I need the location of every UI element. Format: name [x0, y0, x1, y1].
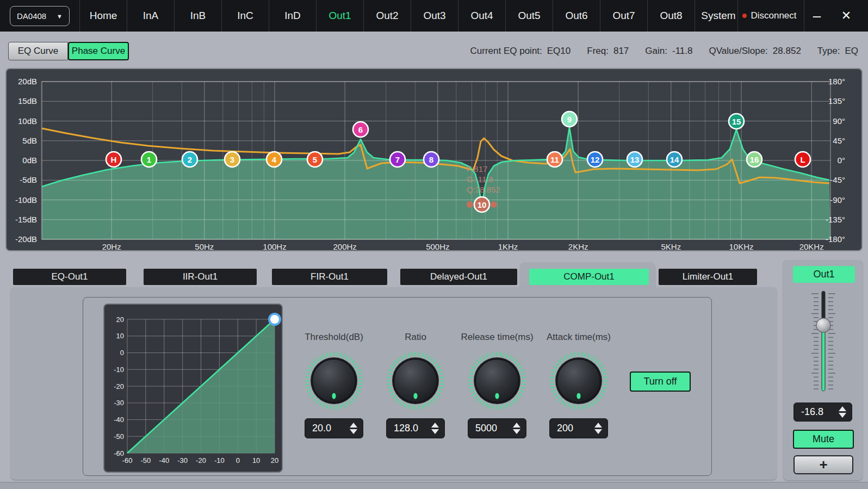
ratio-stepper[interactable]: [431, 423, 439, 434]
nav-item-inc[interactable]: InC: [221, 0, 269, 32]
nav-item-out8[interactable]: Out8: [647, 0, 695, 32]
comp-y-label: -30: [114, 399, 124, 407]
ratio-input[interactable]: 128.0: [386, 418, 445, 438]
eq-point-marker-13[interactable]: 13: [627, 152, 642, 167]
step-down-icon[interactable]: [594, 429, 602, 434]
channel-gain-input[interactable]: -16.8: [793, 403, 852, 422]
nav-menu: HomeInAInBInCInDOut1Out2Out3Out4Out5Out6…: [79, 0, 742, 32]
db-axis-label: -10dB: [15, 195, 37, 205]
freq-axis-label: 1KHz: [498, 242, 518, 250]
nav-item-inb[interactable]: InB: [174, 0, 221, 32]
attack-time-knob[interactable]: [549, 351, 609, 411]
tab-iir-out1[interactable]: IIR-Out1: [144, 269, 257, 285]
nav-item-out1[interactable]: Out1: [316, 0, 363, 32]
threshold-input[interactable]: 20.0: [305, 418, 363, 438]
compressor-curve-handle[interactable]: [269, 314, 280, 325]
nav-item-out4[interactable]: Out4: [458, 0, 505, 32]
step-up-icon[interactable]: [839, 406, 846, 411]
eq-frequency-response-graph[interactable]: 20dB15dB10dB5dB0dB-5dB-10dB-15dB-20dB180…: [5, 68, 863, 251]
step-down-icon[interactable]: [431, 429, 439, 434]
eq-point-marker-7[interactable]: 7: [390, 152, 405, 167]
connection-status-icon: [742, 14, 747, 18]
comp-y-label: 0: [120, 349, 124, 357]
eq-point-marker-9[interactable]: 9: [562, 112, 577, 127]
eq-point-marker-2[interactable]: 2: [182, 152, 197, 167]
minimize-button[interactable]: –: [804, 0, 829, 32]
eq-point-marker-5[interactable]: 5: [307, 152, 323, 167]
eq-point-info: Current EQ point:EQ10 Freq:817 Gain:-11.…: [470, 42, 859, 60]
freq-axis-label: 100Hz: [263, 242, 286, 250]
db-axis-label: -5dB: [20, 175, 37, 184]
release-time-stepper[interactable]: [513, 423, 520, 434]
eq-point-marker-4[interactable]: 4: [266, 152, 282, 167]
eq-point-marker-3[interactable]: 3: [225, 152, 240, 167]
step-up-icon[interactable]: [513, 423, 520, 428]
eq-point-marker-12[interactable]: 12: [587, 152, 603, 167]
eq-point-marker-14[interactable]: 14: [667, 152, 682, 167]
eq-point-marker-15[interactable]: 15: [729, 114, 744, 129]
nav-item-ina[interactable]: InA: [127, 0, 174, 32]
eq-point-marker-H[interactable]: H: [106, 152, 121, 167]
add-channel-button[interactable]: +: [793, 455, 853, 474]
device-selector[interactable]: DA0408 ▼: [10, 6, 70, 26]
tab-delayed-out1[interactable]: Delayed-Out1: [400, 269, 517, 285]
eq-curve-button[interactable]: EQ Curve: [8, 42, 68, 60]
tab-comp-out1[interactable]: COMP-Out1: [529, 269, 649, 285]
disconnect-button[interactable]: Disconnect: [737, 0, 801, 32]
db-axis-label: -15dB: [15, 215, 37, 224]
svg-text:7: 7: [395, 155, 400, 164]
eq-point-marker-11[interactable]: 11: [547, 152, 562, 167]
eq-point-tooltip: G:-11.8: [467, 175, 493, 184]
step-down-icon[interactable]: [350, 429, 357, 434]
eq-point-marker-L[interactable]: L: [795, 152, 810, 167]
nav-item-home[interactable]: Home: [79, 0, 127, 32]
minimize-icon: –: [813, 8, 821, 24]
eq-point-marker-1[interactable]: 1: [141, 152, 157, 167]
release-time-input[interactable]: 5000: [468, 418, 526, 438]
channel-gain-stepper[interactable]: [839, 406, 846, 418]
channel-name-button[interactable]: Out1: [793, 266, 855, 283]
release-time-knob[interactable]: [467, 351, 527, 411]
nav-item-out3[interactable]: Out3: [411, 0, 458, 32]
step-down-icon[interactable]: [839, 413, 846, 418]
mute-button[interactable]: Mute: [793, 430, 854, 449]
close-button[interactable]: ✕: [831, 0, 861, 32]
step-up-icon[interactable]: [431, 423, 439, 428]
threshold-knob[interactable]: [304, 351, 364, 411]
step-up-icon[interactable]: [594, 423, 602, 428]
ratio-knob-indicator: [413, 393, 417, 399]
nav-item-out6[interactable]: Out6: [553, 0, 600, 32]
nav-item-system[interactable]: System: [695, 0, 742, 32]
nav-item-out2[interactable]: Out2: [363, 0, 411, 32]
tab-limiter-out1[interactable]: Limiter-Out1: [659, 269, 757, 285]
comp-turn-off-button[interactable]: Turn off: [630, 372, 691, 392]
eq-point-marker-8[interactable]: 8: [424, 152, 439, 167]
svg-text:5: 5: [313, 155, 317, 164]
phase-curve-button[interactable]: Phase Curve: [68, 42, 129, 60]
attack-time-value: 200: [557, 423, 594, 434]
threshold-stepper[interactable]: [350, 423, 357, 434]
tab-fir-out1[interactable]: FIR-Out1: [272, 269, 387, 285]
attack-time-label: Attack time(ms): [519, 332, 638, 343]
nav-item-out7[interactable]: Out7: [600, 0, 647, 32]
svg-text:H: H: [111, 155, 117, 164]
release-time-value: 5000: [475, 423, 513, 434]
freq-label: Freq:: [587, 46, 609, 57]
tab-eq-out1[interactable]: EQ-Out1: [13, 269, 126, 285]
eq-point-marker-16[interactable]: 16: [747, 152, 762, 167]
eq-point-marker-6[interactable]: 6: [353, 122, 368, 137]
nav-item-ind[interactable]: InD: [269, 0, 316, 32]
attack-time-input[interactable]: 200: [549, 418, 608, 438]
type-label: Type:: [817, 46, 840, 57]
nav-item-out5[interactable]: Out5: [505, 0, 553, 32]
fader-handle[interactable]: [816, 318, 830, 332]
step-down-icon[interactable]: [513, 429, 520, 434]
channel-fader[interactable]: [807, 288, 840, 395]
step-up-icon[interactable]: [350, 423, 357, 428]
svg-text:L: L: [800, 155, 805, 164]
freq-axis-label: 20Hz: [102, 242, 121, 250]
ratio-knob[interactable]: [386, 351, 445, 411]
compressor-transfer-graph[interactable]: 20100-10-20-30-40-50-60-60-50-40-30-20-1…: [103, 304, 283, 473]
attack-time-stepper[interactable]: [594, 423, 602, 434]
svg-text:16: 16: [750, 155, 759, 164]
